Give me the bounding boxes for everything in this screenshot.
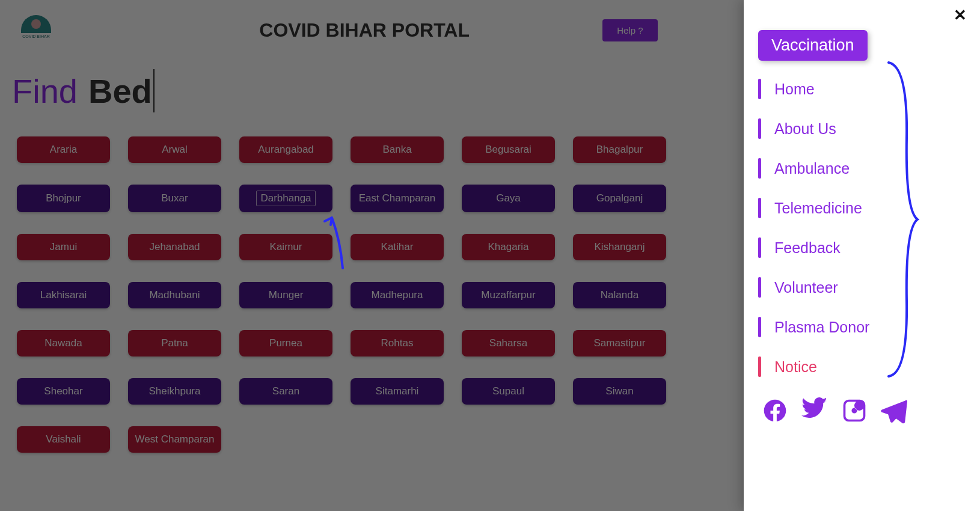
nav-item-label: Plasma Donor bbox=[774, 319, 869, 336]
nav-item-label: Ambulance bbox=[774, 160, 850, 177]
nav-item-label: Telemedicine bbox=[774, 200, 862, 217]
nav-item-label: About Us bbox=[774, 120, 836, 138]
nav-item-label: Feedback bbox=[774, 239, 841, 257]
nav-accent-bar bbox=[758, 158, 761, 179]
nav-item-home[interactable]: Home bbox=[758, 79, 968, 99]
vaccination-button[interactable]: Vaccination bbox=[758, 30, 868, 61]
nav-item-plasma-donor[interactable]: Plasma Donor bbox=[758, 317, 968, 337]
nav-item-telemedicine[interactable]: Telemedicine bbox=[758, 198, 968, 218]
nav-item-volunteer[interactable]: Volunteer bbox=[758, 277, 968, 298]
twitter-icon[interactable] bbox=[801, 397, 828, 424]
nav-accent-bar bbox=[758, 118, 761, 139]
nav-list: HomeAbout UsAmbulanceTelemedicineFeedbac… bbox=[758, 79, 968, 377]
nav-item-about-us[interactable]: About Us bbox=[758, 118, 968, 139]
nav-item-label: Home bbox=[774, 81, 815, 98]
nav-accent-bar bbox=[758, 317, 761, 337]
social-row bbox=[758, 397, 968, 424]
nav-item-label: Notice bbox=[774, 358, 817, 376]
nav-accent-bar bbox=[758, 198, 761, 218]
instagram-icon[interactable] bbox=[841, 397, 868, 424]
facebook-icon[interactable] bbox=[762, 397, 788, 424]
nav-item-notice[interactable]: Notice bbox=[758, 356, 968, 377]
nav-item-ambulance[interactable]: Ambulance bbox=[758, 158, 968, 179]
nav-item-label: Volunteer bbox=[774, 279, 838, 296]
side-navigation-panel: ✕ Vaccination HomeAbout UsAmbulanceTelem… bbox=[744, 0, 980, 511]
nav-accent-bar bbox=[758, 79, 761, 99]
nav-accent-bar bbox=[758, 277, 761, 298]
nav-accent-bar bbox=[758, 237, 761, 258]
nav-accent-bar bbox=[758, 356, 761, 377]
telegram-icon[interactable] bbox=[881, 397, 907, 424]
nav-item-feedback[interactable]: Feedback bbox=[758, 237, 968, 258]
close-icon[interactable]: ✕ bbox=[954, 7, 967, 23]
